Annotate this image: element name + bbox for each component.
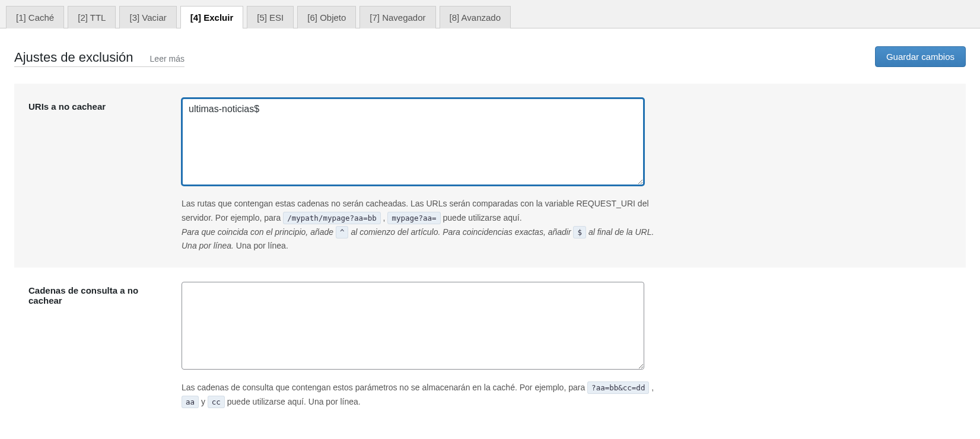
tab-ttl[interactable]: [2] TTL <box>68 6 116 28</box>
desc-italic-pre: Para que coincida con el principio, añad… <box>182 227 336 237</box>
title-group: Ajustes de exclusión Leer más <box>14 50 184 67</box>
panel-header: Ajustes de exclusión Leer más Guardar ca… <box>14 46 966 67</box>
tab-advanced[interactable]: [8] Avanzado <box>440 6 511 28</box>
desc-sep: , <box>651 383 654 392</box>
desc-tail: Una por línea. <box>236 241 288 250</box>
tab-cache[interactable]: [1] Caché <box>6 6 64 28</box>
code-cc: cc <box>208 396 225 408</box>
desc-y: y <box>201 397 208 406</box>
code-caret: ^ <box>336 226 349 238</box>
uris-description: Las rutas que contengan estas cadenas no… <box>182 197 656 253</box>
page-title: Ajustes de exclusión <box>14 50 133 65</box>
desc-text: puede utilizarse aquí. Una por línea. <box>227 397 361 406</box>
field-body-query: Las cadenas de consulta que contengan es… <box>182 282 656 409</box>
tab-esi[interactable]: [5] ESI <box>247 6 294 28</box>
query-no-cache-textarea[interactable] <box>182 282 644 370</box>
save-button[interactable]: Guardar cambios <box>875 46 966 67</box>
field-label-query: Cadenas de consulta a no cachear <box>28 282 171 409</box>
field-label-uris: URIs a no cachear <box>28 98 171 253</box>
field-uris-no-cache: URIs a no cachear Las rutas que contenga… <box>14 84 966 268</box>
query-description: Las cadenas de consulta que contengan es… <box>182 381 656 409</box>
read-more-link[interactable]: Leer más <box>150 54 184 63</box>
code-example-path: /mypath/mypage?aa=bb <box>283 212 381 224</box>
desc-text: puede utilizarse aquí. <box>443 213 522 222</box>
desc-text: Las cadenas de consulta que contengan es… <box>182 383 587 392</box>
code-query-example: ?aa=bb&cc=dd <box>587 381 649 394</box>
field-body-uris: Las rutas que contengan estas cadenas no… <box>182 98 656 253</box>
settings-panel: Ajustes de exclusión Leer más Guardar ca… <box>0 28 980 439</box>
tab-clear[interactable]: [3] Vaciar <box>119 6 176 28</box>
field-query-no-cache: Cadenas de consulta a no cachear Las cad… <box>14 268 966 424</box>
desc-italic-mid: al comienzo del artículo. Para coinciden… <box>351 227 573 237</box>
tab-bar: [1] Caché [2] TTL [3] Vaciar [4] Excluir… <box>0 0 980 28</box>
tab-object[interactable]: [6] Objeto <box>297 6 356 28</box>
tab-browser[interactable]: [7] Navegador <box>359 6 435 28</box>
code-example-page: mypage?aa= <box>387 212 440 224</box>
tab-exclude[interactable]: [4] Excluir <box>180 6 244 28</box>
uris-no-cache-textarea[interactable] <box>182 98 644 186</box>
code-aa: aa <box>182 396 199 408</box>
code-dollar: $ <box>573 226 586 238</box>
